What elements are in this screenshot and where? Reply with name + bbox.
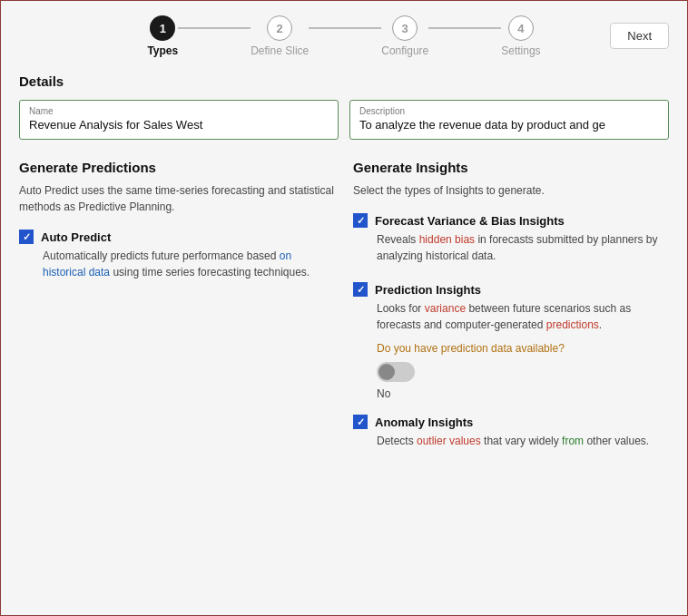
- auto-predict-item: Auto Predict Automatically predicts futu…: [19, 230, 335, 280]
- step-line-3: [428, 27, 501, 29]
- pi-desc-part1: Looks for: [377, 302, 425, 315]
- predictions-title: Generate Predictions: [19, 160, 335, 175]
- insights-title: Generate Insights: [353, 160, 669, 175]
- prediction-insights-desc: Looks for variance between future scenar…: [377, 300, 669, 333]
- prediction-insights-header: Prediction Insights: [353, 282, 669, 297]
- step-3[interactable]: 3 Configure: [381, 15, 428, 57]
- forecast-variance-header: Forecast Variance & Bias Insights: [353, 213, 669, 228]
- prediction-insights-checkbox[interactable]: [353, 282, 368, 297]
- toggle-question: Do you have prediction data available?: [377, 342, 669, 355]
- pi-desc-link2: predictions: [546, 318, 599, 331]
- step-3-circle: 3: [392, 15, 418, 41]
- auto-predict-header: Auto Predict: [19, 230, 335, 244]
- prediction-insights-label: Prediction Insights: [375, 283, 481, 297]
- toggle-no-label: No: [377, 387, 669, 400]
- wizard-steps: 1 Types 2 Define Slice 3 Configure 4 Set…: [19, 15, 669, 57]
- details-title: Details: [19, 73, 669, 89]
- pi-desc-part3: .: [599, 318, 602, 331]
- insights-desc: Select the types of Insights to generate…: [353, 182, 669, 199]
- anomaly-insights-checkbox[interactable]: [353, 415, 368, 429]
- two-column-layout: Generate Predictions Auto Predict uses t…: [19, 160, 669, 462]
- ai-desc-part1: Detects: [377, 435, 417, 447]
- pi-desc-link1: variance: [425, 302, 466, 315]
- step-1[interactable]: 1 Types: [147, 15, 178, 57]
- auto-predict-desc-part2: using time series forecasting techniques…: [110, 266, 310, 279]
- fv-desc-part1: Reveals: [377, 233, 419, 246]
- auto-predict-label: Auto Predict: [41, 230, 111, 244]
- generate-predictions-col: Generate Predictions Auto Predict uses t…: [19, 160, 335, 462]
- forecast-variance-checkbox[interactable]: [353, 213, 368, 228]
- desc-value: To analyze the revenue data by product a…: [359, 118, 659, 132]
- anomaly-insights-label: Anomaly Insights: [375, 416, 473, 429]
- ai-desc-link1: outlier values: [417, 435, 481, 447]
- toggle-knob: [378, 364, 395, 380]
- main-container: 1 Types 2 Define Slice 3 Configure 4 Set…: [0, 0, 688, 616]
- prediction-insights-item: Prediction Insights Looks for variance b…: [353, 282, 669, 400]
- name-field-group: Name Revenue Analysis for Sales West: [19, 100, 339, 140]
- anomaly-insights-desc: Detects outlier values that vary widely …: [377, 433, 669, 449]
- step-4-circle: 4: [508, 15, 534, 41]
- step-line-1: [178, 27, 251, 29]
- forecast-variance-label: Forecast Variance & Bias Insights: [375, 214, 565, 228]
- anomaly-insights-item: Anomaly Insights Detects outlier values …: [353, 415, 669, 449]
- ai-desc-part2: that vary widely: [481, 435, 562, 447]
- step-2[interactable]: 2 Define Slice: [251, 15, 309, 57]
- next-button[interactable]: Next: [610, 23, 669, 49]
- step-2-circle: 2: [267, 15, 292, 41]
- toggle-switch[interactable]: [377, 362, 415, 382]
- forecast-variance-desc: Reveals hidden bias in forecasts submitt…: [377, 231, 669, 264]
- ai-desc-part3: other values.: [584, 435, 649, 447]
- name-label: Name: [29, 106, 329, 116]
- auto-predict-checkbox[interactable]: [19, 230, 34, 244]
- name-value: Revenue Analysis for Sales West: [29, 118, 329, 132]
- desc-field-group: Description To analyze the revenue data …: [349, 100, 669, 140]
- step-4-label: Settings: [501, 44, 540, 57]
- toggle-area: Do you have prediction data available? N…: [377, 342, 669, 400]
- predictions-desc: Auto Predict uses the same time-series f…: [19, 182, 335, 215]
- anomaly-insights-header: Anomaly Insights: [353, 415, 669, 429]
- fv-desc-link1: hidden bias: [419, 233, 475, 246]
- step-2-label: Define Slice: [251, 44, 309, 57]
- auto-predict-desc: Automatically predicts future performanc…: [43, 248, 335, 280]
- auto-predict-desc-part1: Automatically predicts future performanc…: [43, 249, 280, 262]
- ai-desc-link2: from: [562, 435, 584, 447]
- details-fields: Name Revenue Analysis for Sales West Des…: [19, 100, 669, 140]
- step-1-label: Types: [147, 44, 178, 57]
- desc-label: Description: [359, 106, 659, 116]
- forecast-variance-item: Forecast Variance & Bias Insights Reveal…: [353, 213, 669, 264]
- step-3-label: Configure: [381, 44, 428, 57]
- step-1-circle: 1: [150, 15, 175, 41]
- step-line-2: [309, 27, 381, 29]
- generate-insights-col: Generate Insights Select the types of In…: [353, 160, 669, 462]
- step-4[interactable]: 4 Settings: [501, 15, 540, 57]
